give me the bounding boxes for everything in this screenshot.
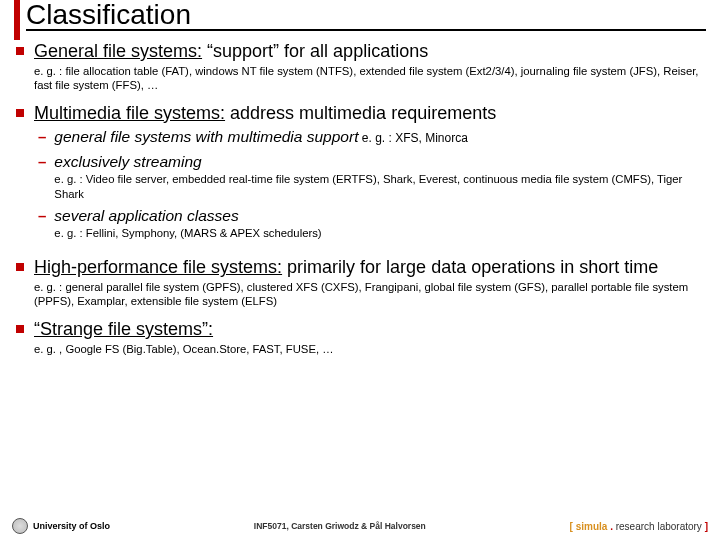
dash-bullet-icon: – (38, 128, 46, 146)
slide-title: Classification (26, 0, 706, 31)
university-seal-icon (12, 518, 28, 534)
item-heading: “Strange file systems”: (34, 318, 706, 341)
square-bullet-icon (16, 325, 24, 333)
list-item: General file systems: “support” for all … (16, 40, 706, 92)
list-item: “Strange file systems”: e. g. , Google F… (16, 318, 706, 356)
footer: University of Oslo INF5071, Carsten Griw… (0, 518, 720, 534)
list-item: High-performance file systems: primarily… (16, 256, 706, 308)
dash-bullet-icon: – (38, 153, 46, 171)
item-heading: Multimedia file systems: address multime… (34, 102, 706, 125)
sub-list: – general file systems with multimedia s… (34, 128, 706, 240)
sub-list-item: – several application classes e. g. : Fe… (34, 207, 706, 241)
item-heading: General file systems: “support” for all … (34, 40, 706, 63)
footer-left-text: University of Oslo (33, 521, 110, 531)
square-bullet-icon (16, 263, 24, 271)
sub-item-subtext: e. g. : Fellini, Symphony, (MARS & APEX … (54, 226, 706, 240)
list-item: Multimedia file systems: address multime… (16, 102, 706, 247)
bullet-list: General file systems: “support” for all … (16, 40, 706, 356)
footer-right-text: [ simula . research laboratory ] (570, 521, 708, 532)
item-subtext: e. g. : file allocation table (FAT), win… (34, 64, 706, 92)
square-bullet-icon (16, 47, 24, 55)
dash-bullet-icon: – (38, 207, 46, 225)
sub-item-title: general file systems with multimedia sup… (54, 128, 706, 147)
sub-list-item: – general file systems with multimedia s… (34, 128, 706, 147)
square-bullet-icon (16, 109, 24, 117)
sub-list-item: – exclusively streaming e. g. : Video fi… (34, 153, 706, 201)
footer-center-text: INF5071, Carsten Griwodz & Pål Halvorsen (254, 521, 426, 531)
item-subtext: e. g. , Google FS (Big.Table), Ocean.Sto… (34, 342, 706, 356)
sub-item-title: exclusively streaming (54, 153, 706, 172)
sub-item-subtext: e. g. : Video file server, embedded real… (54, 172, 706, 200)
item-subtext: e. g. : general parallel file system (GP… (34, 280, 706, 308)
title-accent-bar (14, 0, 20, 40)
item-heading: High-performance file systems: primarily… (34, 256, 706, 279)
sub-item-title: several application classes (54, 207, 706, 226)
